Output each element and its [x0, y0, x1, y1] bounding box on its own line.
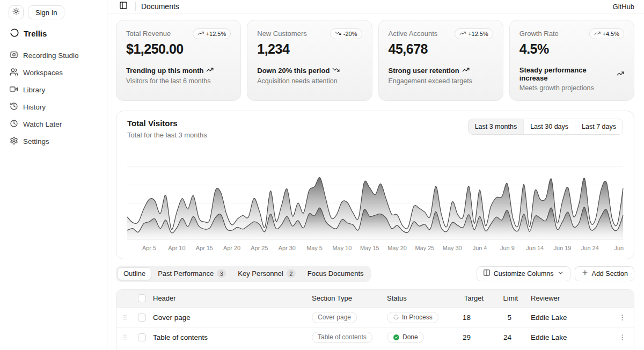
svg-text:May 30: May 30 [443, 245, 462, 251]
drag-handle-icon[interactable] [121, 333, 129, 341]
users-icon [10, 68, 18, 78]
svg-text:Jun 9: Jun 9 [500, 245, 515, 251]
table-header-row: Header Section Type Status Target Limit … [116, 290, 634, 308]
row-menu-button[interactable] [614, 333, 630, 341]
time-range-toggle-group: Last 3 months Last 30 days Last 7 days [468, 119, 623, 135]
reviewer-cell[interactable]: Eddie Lake [526, 327, 610, 347]
drag-handle-icon[interactable] [121, 313, 129, 321]
sidebar-item-library[interactable]: Library [9, 84, 98, 96]
sidebar-toggle-button[interactable] [117, 0, 130, 13]
card-line1: Steady performance increase [519, 66, 614, 82]
svg-text:May 20: May 20 [387, 245, 407, 251]
row-header-cell[interactable]: Table of contents [149, 327, 308, 347]
table-toolbar: Customize Columns Add Section [477, 266, 634, 281]
sidebar-item-workspaces[interactable]: Workspaces [9, 67, 98, 78]
sidebar-item-label: Workspaces [23, 69, 63, 77]
row-checkbox[interactable] [138, 313, 146, 322]
svg-text:Apr 15: Apr 15 [196, 245, 213, 251]
target-cell[interactable]: 29 [451, 327, 492, 347]
svg-text:Apr 20: Apr 20 [223, 245, 240, 251]
section-type-badge: Cover page [312, 312, 357, 323]
row-menu-button[interactable] [614, 313, 630, 322]
trend-badge: -20% [330, 28, 362, 39]
customize-columns-button[interactable]: Customize Columns [477, 266, 570, 281]
sidebar-item-label: Recording Studio [23, 52, 79, 60]
range-button-30-days[interactable]: Last 30 days [523, 119, 575, 134]
section-type-badge: Table of contents [312, 332, 372, 343]
page-title: Documents [141, 2, 179, 11]
row-checkbox[interactable] [138, 333, 146, 341]
tab-key-personnel[interactable]: Key Personnel2 [232, 267, 301, 280]
tab-outline[interactable]: Outline [118, 267, 151, 280]
card-label: Active Accounts [389, 28, 438, 38]
sign-in-button[interactable]: Sign In [28, 5, 64, 19]
svg-text:Jun 19: Jun 19 [554, 245, 572, 251]
tab-focus-documents[interactable]: Focus Documents [302, 267, 369, 280]
range-button-7-days[interactable]: Last 7 days [575, 119, 623, 134]
row-header-cell[interactable]: Cover page [149, 308, 308, 327]
card-line1: Trending up this month [126, 67, 203, 75]
chart-title: Total Visitors [127, 119, 207, 128]
area-chart-svg: Apr 5Apr 10Apr 15Apr 20Apr 25Apr 30May 5… [126, 147, 624, 254]
column-header: Status [383, 290, 451, 308]
svg-text:May 5: May 5 [306, 245, 323, 251]
tab-past-performance[interactable]: Past Performance3 [152, 267, 231, 280]
sidebar-item-watch-later[interactable]: Watch Later [9, 119, 98, 130]
sidebar-item-settings[interactable]: Settings [9, 136, 98, 147]
trend-badge: +4.5% [589, 28, 625, 39]
range-button-3-months[interactable]: Last 3 months [469, 119, 524, 134]
svg-text:Jun 30: Jun 30 [614, 245, 624, 251]
svg-text:Apr 10: Apr 10 [168, 245, 185, 251]
brand[interactable]: Trellis [10, 28, 98, 39]
row-header-cell[interactable]: Executive summary [149, 347, 308, 350]
stat-card-total-revenue: Total Revenue +12.5% $1,250.00 Trending … [116, 20, 241, 101]
status-badge: In Process [387, 312, 438, 323]
target-cell[interactable]: 10 [451, 347, 492, 350]
theme-toggle-button[interactable] [9, 5, 24, 19]
video-icon [10, 85, 18, 95]
trending-up-icon [197, 30, 204, 38]
loader-icon [393, 314, 399, 320]
stat-card-growth-rate: Growth Rate +4.5% 4.5% Steady performanc… [509, 20, 634, 101]
target-cell[interactable]: 18 [451, 308, 492, 327]
table-row: Executive summary Narrative Done 10 13 E… [116, 347, 634, 350]
trending-down-icon [332, 66, 340, 75]
sidebar-item-label: Library [23, 86, 45, 94]
limit-cell[interactable]: 24 [492, 327, 526, 347]
svg-text:Jun 14: Jun 14 [526, 245, 544, 251]
card-value: $1,250.00 [126, 41, 231, 57]
stat-card-new-customers: New Customers -20% 1,234 Down 20% this p… [247, 20, 372, 101]
sidebar-item-history[interactable]: History [9, 101, 98, 113]
svg-text:Jun 24: Jun 24 [581, 245, 599, 251]
trending-up-icon [594, 30, 601, 38]
svg-text:May 25: May 25 [415, 245, 435, 251]
clock-icon [10, 119, 18, 129]
sidebar-nav: Recording Studio Workspaces Library Hist… [9, 50, 98, 147]
card-line2: Meets growth projections [519, 84, 624, 92]
tab-list: Outline Past Performance3 Key Personnel2… [116, 266, 371, 282]
card-line1: Down 20% this period [257, 67, 330, 75]
limit-cell[interactable]: 13 [492, 347, 526, 350]
reviewer-cell[interactable]: Eddie Lake [526, 308, 610, 327]
trend-badge: +12.5% [193, 28, 231, 39]
tabs-row: Outline Past Performance3 Key Personnel2… [116, 266, 634, 282]
chevron-down-icon [557, 269, 564, 278]
trend-badge: +12.5% [455, 28, 493, 39]
header: Documents GitHub [107, 0, 644, 13]
area-chart: Apr 5Apr 10Apr 15Apr 20Apr 25Apr 30May 5… [125, 147, 625, 254]
select-all-checkbox[interactable] [138, 294, 146, 302]
card-value: 4.5% [519, 41, 624, 57]
trellis-logo-icon [10, 28, 19, 39]
app-root: Sign In Trellis Recording Studio Workspa… [0, 0, 644, 350]
drag-column-header [116, 290, 134, 308]
camera-icon [10, 50, 18, 61]
table-row: Cover page Cover page In Process 18 5 Ed… [116, 308, 634, 327]
card-line2: Engagement exceed targets [389, 77, 493, 85]
github-link[interactable]: GitHub [613, 3, 634, 11]
column-header: Limit [492, 290, 526, 308]
limit-cell[interactable]: 5 [492, 308, 526, 327]
add-section-button[interactable]: Add Section [575, 266, 634, 281]
reviewer-cell[interactable]: Eddie Lake [526, 347, 610, 350]
svg-text:Jun 4: Jun 4 [473, 245, 487, 251]
sidebar-item-recording-studio[interactable]: Recording Studio [9, 50, 98, 61]
